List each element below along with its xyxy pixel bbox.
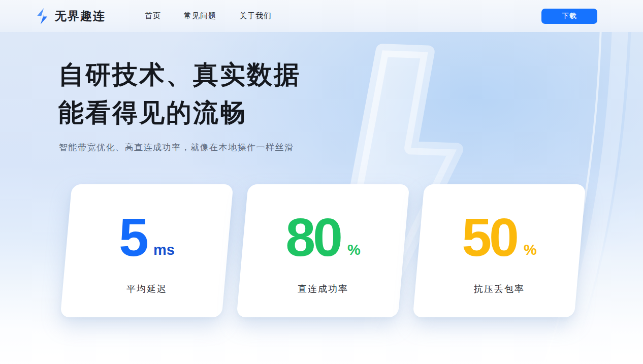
- stat-label-packet-loss: 抗压丢包率: [474, 283, 525, 295]
- stat-unit-packet-loss: %: [524, 243, 537, 259]
- nav-links: 首页 常见问题 关于我们: [145, 11, 272, 21]
- stat-label-latency: 平均延迟: [126, 283, 167, 295]
- brand-name: 无界趣连: [55, 8, 106, 24]
- stat-card-packet-loss: 50 % 抗压丢包率: [413, 184, 586, 317]
- nav-item-faq[interactable]: 常见问题: [184, 11, 216, 21]
- stat-cards-row: 5 ms 平均延迟 80 % 直连成功率 50 % 抗压丢包率: [66, 184, 580, 317]
- nav-item-about[interactable]: 关于我们: [239, 11, 272, 21]
- stat-value-direct-connect: 80: [285, 216, 340, 259]
- download-button[interactable]: 下载: [541, 9, 597, 24]
- hero-title: 自研技术、真实数据 能看得见的流畅: [58, 56, 301, 132]
- stat-value-latency: 5: [119, 216, 146, 259]
- stat-unit-latency: ms: [153, 243, 175, 259]
- hero-title-line2: 能看得见的流畅: [58, 98, 247, 127]
- brand-logo[interactable]: 无界趣连: [35, 8, 106, 24]
- nav-item-home[interactable]: 首页: [145, 11, 161, 21]
- stat-card-latency: 5 ms 平均延迟: [60, 184, 234, 317]
- stat-unit-direct-connect: %: [347, 243, 361, 259]
- hero-section: 自研技术、真实数据 能看得见的流畅 智能带宽优化、高直连成功率，就像在本地操作一…: [0, 32, 643, 364]
- navbar: 无界趣连 首页 常见问题 关于我们 下载: [0, 0, 643, 32]
- stat-value-packet-loss: 50: [462, 216, 517, 259]
- hero-subtitle: 智能带宽优化、高直连成功率，就像在本地操作一样丝滑: [59, 142, 294, 153]
- stat-card-direct-connect: 80 % 直连成功率: [237, 184, 410, 317]
- stat-label-direct-connect: 直连成功率: [298, 283, 348, 295]
- hero-title-line1: 自研技术、真实数据: [58, 60, 301, 89]
- lightning-logo-icon: [35, 8, 50, 24]
